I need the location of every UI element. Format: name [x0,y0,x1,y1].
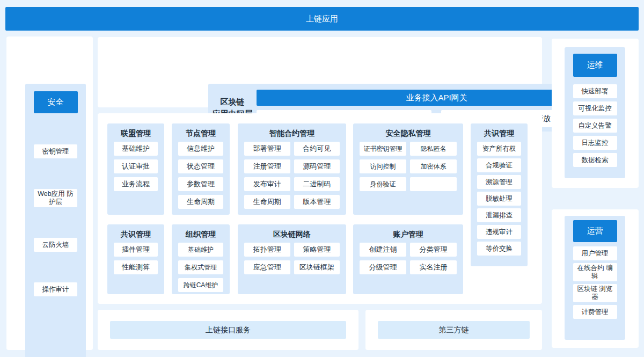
module-title: 共识管理 [477,129,521,137]
item-box: 基础维护 [114,142,158,156]
module-title: 账户管理 [360,230,457,238]
item-box: 信息维护 [178,142,223,156]
item-box: 溯源管理 [477,175,521,189]
third-party-chain-bar: 第三方链 [378,321,530,339]
middleware-section: 区块链 应用中间层 业务接入API网关 上链接口服务 智能合约开放 [98,37,542,107]
item-box: 插件管理 [114,243,158,257]
item-box: 拓扑管理 [244,243,290,257]
module-title: 智能合约管理 [244,129,340,137]
module-title: 安全隐私管理 [360,129,457,137]
module-alliance-management: 联盟管理 基础维护认证审批业务流程 [107,123,164,215]
module-title: 共识管理 [114,230,158,238]
item-box: 版本管理 [294,195,340,209]
module-items: 证书密钥管理隐私匿名访问控制加密体系身份验证 [360,142,457,191]
item-box: 注册管理 [244,159,290,173]
item-box: 跨链CA维护 [178,278,223,292]
item-box: 生命周期 [244,195,290,209]
item-box: 等价交换 [477,242,521,256]
module-consensus-management: 共识管理 插件管理性能测算 [107,224,164,294]
ops-column: 运维 快速部署可视化监控自定义告警日志监控数据检索 [565,47,625,178]
item-box: 访问控制 [360,159,406,173]
item-box: 可视化监控 [573,101,617,115]
security-column: 安全 密钥管理Web应用 防护层云防火墙操作审计 [25,84,86,357]
item-box: 自定义告警 [573,119,617,133]
item-box: 基础维护 [178,243,223,257]
operation-items: 用户管理在线合约 编辑区块链 浏览器计费管理 [565,246,625,319]
item-box: 业务流程 [114,177,158,191]
item-box: 策略管理 [294,243,340,257]
item-box: 应急管理 [244,260,290,274]
item-box: 用户管理 [573,246,617,260]
operation-panel: 运营 用户管理在线合约 编辑区块链 浏览器计费管理 [552,209,639,348]
module-blockchain-network: 区块链网络 拓扑管理策略管理应急管理区块链框架 [238,224,346,294]
ops-panel: 运维 快速部署可视化监控自定义告警日志监控数据检索 [552,39,639,188]
item-box: 性能测算 [114,260,158,274]
item-box: 分类管理 [410,243,457,257]
module-title: 联盟管理 [114,129,158,137]
item-box: 认证审批 [114,159,158,173]
item-box: 分级管理 [360,260,406,274]
module-items: 基础维护集权式管理跨链CA维护 [178,243,223,292]
top-banner: 上链应用 [5,7,639,31]
module-items: 信息维护状态管理参数管理生命周期 [178,142,223,209]
item-box: 违规审计 [477,225,521,239]
module-items: 资产所有权合规验证溯源管理脱敏处理泄漏排查违规审计等价交换 [477,142,521,256]
item-box: 集权式管理 [178,260,223,274]
module-organization-management: 组织管理 基础维护集权式管理跨链CA维护 [172,224,230,294]
item-box: 云防火墙 [34,238,77,252]
ops-items: 快速部署可视化监控自定义告警日志监控数据检索 [565,84,625,167]
module-consensus-management-tall: 共识管理 资产所有权合规验证溯源管理脱敏处理泄漏排查违规审计等价交换 [471,123,528,266]
item-box: 在线合约 编辑 [573,263,617,281]
module-smart-contract-management: 智能合约管理 部署管理合约可见注册管理源码管理发布审计二进制码生命周期版本管理 [238,123,346,215]
item-box: Web应用 防护层 [34,189,77,207]
item-box: 区块链框架 [294,260,340,274]
module-items: 拓扑管理策略管理应急管理区块链框架 [244,243,340,274]
item-box: 生命周期 [178,195,223,209]
item-box: 密钥管理 [34,144,77,158]
module-account-management: 账户管理 创建注销分类管理分级管理实名注册 [353,224,463,294]
item-box: 泄漏排查 [477,208,521,222]
module-node-management: 节点管理 信息维护状态管理参数管理生命周期 [172,123,230,215]
item-box: 身份验证 [360,177,406,191]
item-box: 隐私匿名 [410,142,457,156]
ops-header: 运维 [573,54,617,77]
module-title: 节点管理 [178,129,223,137]
item-box: 实名注册 [410,260,457,274]
item-box: 证书密钥管理 [360,142,406,156]
item-box: 计费管理 [573,305,617,319]
item-box: 发布审计 [244,177,290,191]
item-box: 区块链 浏览器 [573,284,617,302]
item-box: 参数管理 [178,177,223,191]
item-box: 操作审计 [34,282,77,296]
module-items: 插件管理性能测算 [114,243,158,274]
item-box: 脱敏处理 [477,192,521,206]
item-box: 快速部署 [573,84,617,98]
item-box: 状态管理 [178,159,223,173]
middleware-label-line1: 区块链 [213,96,253,108]
module-title: 组织管理 [178,230,223,238]
bottom-chain-service-panel: 上链接口服务 [98,310,358,350]
item-box: 部署管理 [244,142,290,156]
operation-header: 运营 [573,220,617,242]
item-box: 创建注销 [360,243,406,257]
item-box: 合规验证 [477,158,521,172]
item-box: 合约可见 [294,142,340,156]
module-title: 区块链网络 [244,230,340,238]
security-items: 密钥管理Web应用 防护层云防火墙操作审计 [25,144,86,296]
item-box: 资产所有权 [477,142,521,156]
operation-column: 运营 用户管理在线合约 编辑区块链 浏览器计费管理 [565,216,625,340]
security-panel: 安全 密钥管理Web应用 防护层云防火墙操作审计 [6,37,93,350]
bottom-third-party-chain-panel: 第三方链 [365,310,542,350]
item-box: 源码管理 [294,159,340,173]
module-items: 部署管理合约可见注册管理源码管理发布审计二进制码生命周期版本管理 [244,142,340,209]
item-box: 二进制码 [294,177,340,191]
item-box: 数据检索 [573,153,617,167]
modules-section: 联盟管理 基础维护认证审批业务流程 节点管理 信息维护状态管理参数管理生命周期 … [98,113,542,304]
security-header: 安全 [34,91,78,113]
item-box: 日志监控 [573,136,617,150]
module-security-privacy-management: 安全隐私管理 证书密钥管理隐私匿名访问控制加密体系身份验证 [353,123,463,215]
item-box: 加密体系 [410,159,457,173]
module-items: 基础维护认证审批业务流程 [114,142,158,191]
item-box [410,177,457,191]
module-items: 创建注销分类管理分级管理实名注册 [360,243,457,274]
